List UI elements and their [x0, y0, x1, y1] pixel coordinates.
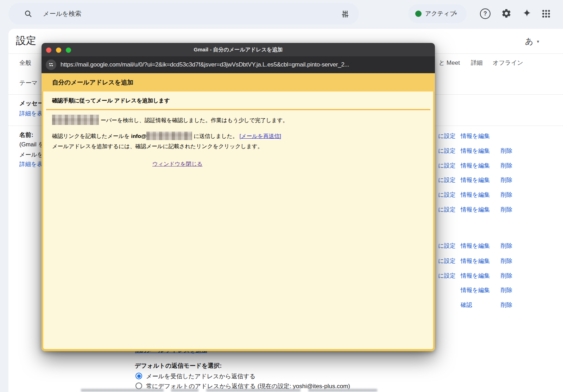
set-as-link[interactable]: に設定 — [438, 272, 456, 280]
step-heading: 確認手順に従ってメール アドレスを追加します — [52, 97, 170, 105]
detection-paragraph: ーバーを検出し、認証情報を確認しました。作業はもう少しで完了します。 — [52, 115, 288, 125]
tab-theme[interactable]: テーマ — [19, 79, 38, 87]
edit-info-link[interactable]: 情報を編集 — [461, 191, 490, 199]
delete-link[interactable]: 削除 — [501, 147, 512, 155]
radio-selected-icon[interactable] — [135, 373, 142, 379]
popup-body: 確認手順に従ってメール アドレスを追加します ーバーを検出し、認証情報を確認しま… — [42, 91, 435, 351]
search-filter-icon[interactable] — [341, 10, 350, 19]
page-title: 設定 — [16, 34, 36, 48]
verify-link[interactable]: 確認 — [461, 301, 472, 309]
redacted-email-domain — [146, 132, 192, 140]
delete-link[interactable]: 削除 — [501, 191, 512, 199]
search-input[interactable]: メールを検索 — [43, 3, 81, 25]
popup-title-bar[interactable]: Gmail - 自分のメールアドレスを追加 — [42, 43, 435, 56]
chevron-down-icon: ▼ — [536, 39, 540, 44]
active-status-dot — [415, 11, 422, 17]
gmail-add-address-popup: Gmail - 自分のメールアドレスを追加 https://mail.googl… — [42, 43, 435, 351]
instruction-line: メールアドレスを追加するには、確認メールに記載されたリンクをクリックします。 — [52, 143, 263, 149]
set-as-link[interactable]: に設定 — [438, 147, 456, 155]
delete-link[interactable]: 削除 — [501, 176, 512, 184]
popup-header-title: 自分のメールアドレスを追加 — [52, 79, 133, 86]
edit-info-link[interactable]: 情報を編集 — [461, 176, 490, 184]
delete-link[interactable]: 削除 — [501, 301, 512, 309]
delete-link[interactable]: 削除 — [501, 257, 512, 265]
tab-offline[interactable]: オフライン — [493, 59, 523, 67]
search-icon[interactable] — [24, 10, 32, 18]
radio-label: メールを受信したアドレスから返信する — [146, 372, 255, 380]
chevron-down-icon: ▾ — [455, 4, 457, 23]
close-window-link[interactable]: ウィンドウを閉じる — [152, 160, 202, 168]
edit-info-link[interactable]: 情報を編集 — [461, 132, 490, 140]
input-method-selector[interactable]: あ▼ — [525, 36, 540, 47]
set-as-link[interactable]: に設定 — [438, 132, 456, 140]
set-as-link[interactable]: に設定 — [438, 162, 456, 170]
confirmation-paragraph: 確認リンクを記載したメールを info@ に送信しました。 [メールを再送信] … — [52, 131, 281, 151]
status-selector[interactable]: アクティブ ▾ — [408, 4, 467, 23]
help-button[interactable]: ? — [480, 8, 491, 19]
search-bar[interactable]: メールを検索 — [8, 3, 359, 25]
apps-grid-icon — [541, 9, 552, 19]
delete-link[interactable]: 削除 — [501, 242, 512, 250]
email-local-part: info@ — [131, 133, 147, 139]
set-as-link[interactable]: に設定 — [438, 191, 456, 199]
status-label: アクティブ — [425, 4, 456, 23]
edit-info-link[interactable]: 情報を編集 — [461, 162, 490, 170]
edit-info-link[interactable]: 情報を編集 — [461, 257, 490, 265]
delete-link[interactable]: 削除 — [501, 272, 512, 280]
delete-link[interactable]: 削除 — [501, 206, 512, 214]
edit-info-link[interactable]: 情報を編集 — [461, 272, 490, 280]
settings-button[interactable] — [501, 8, 512, 19]
set-as-link[interactable]: に設定 — [438, 206, 456, 214]
popup-url-bar: https://mail.google.com/mail/u/0/?ui=2&i… — [42, 56, 435, 73]
name-section-label: 名前: — [19, 131, 33, 139]
set-as-link[interactable]: に設定 — [438, 176, 456, 184]
gear-icon — [501, 8, 512, 19]
set-as-link[interactable]: に設定 — [438, 242, 456, 250]
input-method-label: あ — [525, 37, 533, 46]
delete-link[interactable]: 削除 — [501, 286, 512, 294]
edit-info-link[interactable]: 情報を編集 — [461, 242, 490, 250]
popup-header: 自分のメールアドレスを追加 — [42, 73, 435, 91]
reply-mode-label: デフォルトの返信モードを選択: — [135, 362, 222, 370]
sparkle-icon — [522, 8, 532, 19]
redacted-server-name — [52, 115, 99, 125]
orange-divider — [46, 109, 430, 110]
radio-unselected-icon[interactable] — [135, 382, 142, 389]
site-settings-icon[interactable] — [46, 59, 56, 70]
edit-info-link[interactable]: 情報を編集 — [461, 206, 490, 214]
tab-chat-meet[interactable]: と Meet — [439, 59, 460, 67]
help-icon: ? — [480, 8, 491, 19]
window-title: Gmail - 自分のメールアドレスを追加 — [42, 43, 435, 56]
set-as-link[interactable]: に設定 — [438, 257, 456, 265]
section-messages-label: メッセー — [19, 99, 44, 107]
delete-link[interactable]: 削除 — [501, 162, 512, 170]
url-text: https://mail.google.com/mail/u/0/?ui=2&i… — [61, 56, 431, 73]
tab-general[interactable]: 全般 — [19, 59, 31, 67]
edit-info-link[interactable]: 情報を編集 — [461, 147, 490, 155]
tab-details[interactable]: 詳細 — [471, 59, 483, 67]
gemini-button[interactable] — [522, 8, 532, 19]
gmail-settings-screen: メールを検索 アクティブ ▾ ? 設定 あ▼ 全般 と Meet — [0, 0, 563, 392]
apps-grid-button[interactable] — [541, 9, 552, 19]
resend-mail-link[interactable]: [メールを再送信] — [240, 133, 281, 139]
edit-info-link[interactable]: 情報を編集 — [461, 286, 490, 294]
